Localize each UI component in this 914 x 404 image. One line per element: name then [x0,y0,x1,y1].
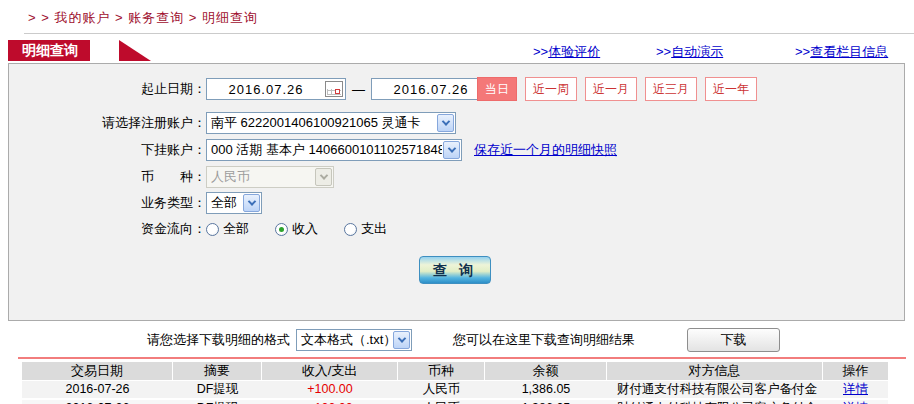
sub-account-label: 下挂账户： [9,141,206,159]
date-from-value: 2016.07.26 [207,82,325,97]
currency-value: 人民币 [211,168,314,186]
header-counterparty: 对方信息 [607,362,823,380]
cell-summary: DF提现 [173,381,262,398]
header-date: 交易日期 [22,362,173,380]
business-type-value: 全部 [211,194,242,212]
cell-amount: +100.00 [262,400,398,404]
header-action: 操作 [823,362,888,380]
range-button-today[interactable]: 当日 [477,77,517,101]
date-separator: — [352,82,365,97]
date-from-input[interactable]: 2016.07.26 [206,78,346,100]
link-prefix: >> [533,44,548,59]
breadcrumb-divider [24,33,914,34]
radio-income-label: 收入 [292,220,318,238]
chevron-down-icon[interactable] [437,114,454,132]
cell-balance: 1,386.05 [485,381,607,398]
cell-balance: 1,386.05 [485,400,607,404]
range-button-last-year[interactable]: 近一年 [705,77,757,101]
currency-label: 币 种： [9,168,206,186]
cell-date: 2016-07-26 [22,400,173,404]
currency-select: 人民币 [206,166,334,188]
sub-account-value: 000 活期 基本户 1406600101102571848 [211,141,442,159]
link-prefix: >> [656,44,671,59]
table-header-row: 交易日期 摘要 收入/支出 币种 余额 对方信息 操作 [22,362,888,380]
radio-icon[interactable] [206,223,219,236]
cell-summary: DF提现 [173,400,262,404]
fund-flow-label: 资金流向： [9,220,206,238]
experience-review-link[interactable]: >>体验评价 [533,43,600,61]
range-button-last-month[interactable]: 近一月 [585,77,637,101]
range-button-last-week[interactable]: 近一周 [525,77,577,101]
tab-tail-decoration [119,40,151,61]
table-row: 2016-07-26 DF提现 +100.00 人民币 1,386.05 财付通… [22,381,888,398]
header-balance: 余额 [485,362,607,380]
registered-account-select[interactable]: 南平 6222001406100921065 灵通卡 [206,112,456,134]
results-table: 交易日期 摘要 收入/支出 币种 余额 对方信息 操作 2016-07-26 D… [22,362,888,404]
save-snapshot-link[interactable]: 保存近一个月的明细快照 [474,141,617,159]
registered-account-value: 南平 6222001406100921065 灵通卡 [211,114,436,132]
detail-link[interactable]: 详情 [843,382,868,396]
date-to-value: 2016.07.26 [372,82,490,97]
cell-counterparty: 财付通支付科技有限公司客户备付金 [607,400,823,404]
download-format-label: 请您选择下载明细的格式 [100,328,290,352]
business-type-label: 业务类型： [9,194,206,212]
query-form-panel: 起止日期： 2016.07.26 — 2016.07.26 当日 近一周 近一月… [8,63,905,321]
business-type-select[interactable]: 全部 [206,192,262,214]
auto-demo-link[interactable]: >>自动演示 [656,43,723,61]
download-format-select[interactable]: 文本格式（.txt） [296,329,412,351]
fund-flow-radio-group: 全部 收入 支出 [206,220,387,238]
calendar-icon[interactable] [325,81,343,97]
radio-all-label: 全部 [223,220,249,238]
radio-income[interactable]: 收入 [275,220,318,238]
cell-counterparty: 财付通支付科技有限公司客户备付金 [607,381,823,398]
registered-account-label: 请选择注册账户： [9,114,206,132]
radio-expense-label: 支出 [361,220,387,238]
download-button[interactable]: 下载 [687,328,780,352]
table-row-partial: 2016-07-26 DF提现 +100.00 人民币 1,386.05 财付通… [22,400,888,404]
header-currency: 币种 [398,362,485,380]
breadcrumb[interactable]: > > 我的账户 > 账务查询 > 明细查询 [28,9,258,27]
radio-expense[interactable]: 支出 [344,220,387,238]
page-title-tab: 明细查询 [8,40,90,61]
radio-all[interactable]: 全部 [206,220,249,238]
column-info-link[interactable]: >>查看栏目信息 [795,43,888,61]
chevron-down-icon[interactable] [443,141,460,159]
cell-date: 2016-07-26 [22,381,173,398]
cell-currency: 人民币 [398,400,485,404]
header-summary: 摘要 [173,362,262,380]
chevron-down-icon [315,168,332,186]
link-prefix: >> [795,44,810,59]
cell-amount: +100.00 [262,381,398,398]
date-range-label: 起止日期： [9,80,206,98]
sub-account-select[interactable]: 000 活期 基本户 1406600101102571848 [206,139,462,161]
chevron-down-icon[interactable] [393,331,410,349]
download-hint-text: 您可以在这里下载查询明细结果 [453,328,635,352]
query-button[interactable]: 查 询 [419,256,491,284]
download-format-value: 文本格式（.txt） [301,331,392,349]
chevron-down-icon[interactable] [243,194,260,212]
header-amount: 收入/支出 [262,362,398,380]
cell-currency: 人民币 [398,381,485,398]
radio-checked-icon[interactable] [275,223,288,236]
table-top-divider [18,357,906,359]
radio-icon[interactable] [344,223,357,236]
range-button-last-3-months[interactable]: 近三月 [645,77,697,101]
